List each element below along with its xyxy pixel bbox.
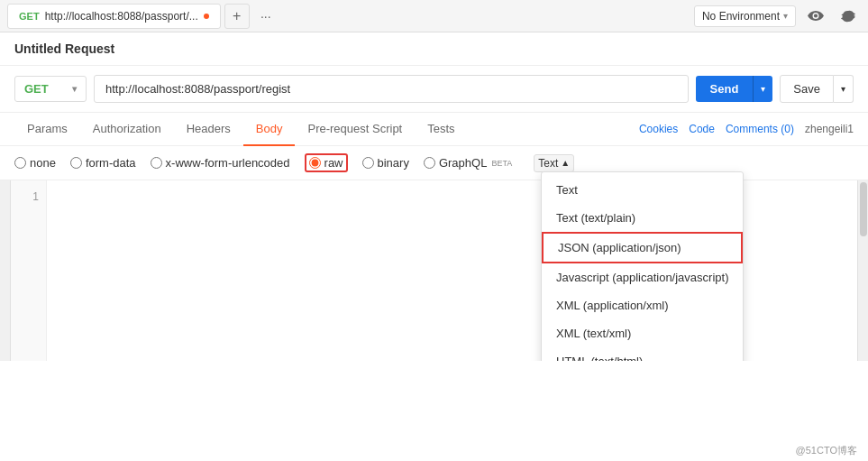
environment-selector[interactable]: No Environment ▾: [694, 5, 796, 27]
scrollbar[interactable]: [857, 180, 868, 361]
send-button[interactable]: Send: [696, 76, 754, 102]
body-type-raw-label: raw: [324, 156, 343, 170]
raw-type-dropdown: Text Text (text/plain) JSON (application…: [541, 171, 744, 361]
method-chevron-icon: ▾: [72, 84, 77, 94]
body-type-form-data-radio[interactable]: [70, 157, 82, 169]
tab-pre-request-script[interactable]: Pre-request Script: [295, 113, 415, 146]
url-input[interactable]: [94, 75, 689, 103]
tab-bar: GET http://localhost:8088/passport/... +…: [0, 0, 868, 32]
save-button-group: Save ▾: [780, 75, 854, 103]
body-type-urlencoded-label: x-www-form-urlencoded: [166, 156, 290, 170]
tabs-more-button[interactable]: ···: [253, 4, 279, 29]
body-type-raw-radio[interactable]: [309, 157, 321, 169]
tab-method-badge: GET: [19, 11, 40, 22]
tabs-nav-right: Cookies Code Comments (0) zhengeili1: [639, 123, 854, 135]
request-title: Untitled Request: [0, 32, 868, 66]
environment-label: No Environment: [702, 10, 780, 23]
body-type-binary-radio[interactable]: [362, 157, 374, 169]
line-numbers: 1: [11, 180, 47, 361]
comments-link[interactable]: Comments (0): [726, 123, 794, 135]
body-type-graphql[interactable]: GraphQL BETA: [424, 156, 512, 170]
send-button-group: Send ▾: [696, 76, 773, 102]
new-tab-button[interactable]: +: [224, 4, 250, 29]
raw-type-option-xml-app[interactable]: XML (application/xml): [542, 291, 743, 319]
graphql-beta-badge: BETA: [491, 159, 512, 168]
method-label: GET: [24, 82, 49, 96]
raw-type-selector: Text ▲: [534, 154, 574, 172]
code-link[interactable]: Code: [689, 123, 715, 135]
raw-type-option-html[interactable]: HTML (text/html): [542, 347, 743, 361]
body-type-none[interactable]: none: [14, 156, 56, 170]
method-selector[interactable]: GET ▾: [14, 76, 87, 102]
raw-type-option-javascript[interactable]: Javascript (application/javascript): [542, 263, 743, 291]
tab-unsaved-dot: [204, 14, 209, 19]
tab-tests[interactable]: Tests: [415, 113, 467, 146]
body-type-graphql-radio[interactable]: [424, 157, 435, 169]
line-number-1: 1: [11, 188, 46, 206]
tab-params[interactable]: Params: [14, 113, 80, 146]
raw-type-current-label: Text: [538, 157, 558, 170]
body-type-binary-label: binary: [378, 156, 409, 170]
body-type-none-label: none: [30, 156, 56, 170]
settings-icon-button[interactable]: [836, 4, 861, 29]
save-button[interactable]: Save: [780, 75, 834, 103]
environment-chevron-icon: ▾: [783, 11, 788, 21]
eye-icon-button[interactable]: [803, 4, 828, 29]
request-tabs-nav: Params Authorization Headers Body Pre-re…: [0, 113, 868, 146]
body-type-raw[interactable]: raw: [305, 153, 348, 172]
tab-bar-right: No Environment ▾: [694, 4, 861, 29]
body-type-binary[interactable]: binary: [362, 156, 409, 170]
raw-type-button[interactable]: Text ▲: [534, 154, 574, 172]
tab-body[interactable]: Body: [243, 113, 296, 146]
raw-type-option-text-plain[interactable]: Text (text/plain): [542, 204, 743, 232]
cookies-link[interactable]: Cookies: [639, 123, 678, 135]
scrollbar-thumb: [860, 182, 867, 236]
body-type-urlencoded[interactable]: x-www-form-urlencoded: [151, 156, 290, 170]
save-dropdown-button[interactable]: ▾: [834, 75, 854, 103]
body-type-form-data[interactable]: form-data: [70, 156, 136, 170]
raw-type-chevron-icon: ▲: [561, 158, 570, 168]
tab-url-label: http://localhost:8088/passport/...: [45, 10, 198, 23]
editor-container: 1 Text Text (text/plain) JSON (applicati…: [0, 180, 868, 361]
send-dropdown-button[interactable]: ▾: [753, 76, 772, 102]
tab-authorization[interactable]: Authorization: [80, 113, 174, 146]
raw-type-option-text[interactable]: Text: [542, 176, 743, 204]
tab-headers[interactable]: Headers: [174, 113, 243, 146]
url-bar: GET ▾ Send ▾ Save ▾: [0, 66, 868, 113]
body-type-none-radio[interactable]: [14, 157, 26, 169]
body-type-urlencoded-radio[interactable]: [151, 157, 162, 169]
active-tab[interactable]: GET http://localhost:8088/passport/...: [7, 4, 221, 29]
body-type-form-data-label: form-data: [86, 156, 136, 170]
body-type-graphql-label: GraphQL: [439, 156, 487, 170]
username-label: zhengeili1: [805, 123, 854, 135]
raw-type-option-json[interactable]: JSON (application/json): [542, 232, 743, 263]
raw-type-option-xml-text[interactable]: XML (text/xml): [542, 319, 743, 347]
left-sidebar: [0, 180, 11, 361]
